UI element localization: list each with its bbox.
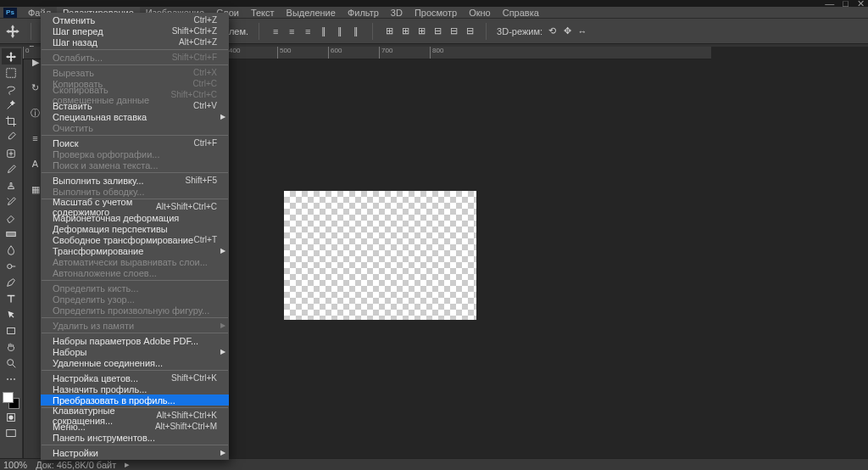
- menu-item-shortcut: Shift+Ctrl+K: [171, 373, 217, 383]
- menu-item: Очистить: [41, 122, 229, 133]
- clone-stamp-tool[interactable]: [2, 177, 21, 193]
- menu-справка[interactable]: Справка: [497, 7, 545, 19]
- menu-выделение[interactable]: Выделение: [281, 7, 342, 19]
- zoom-level[interactable]: 100%: [3, 460, 27, 470]
- eraser-tool[interactable]: [2, 210, 21, 226]
- menu-item-label: Очистить: [53, 123, 93, 133]
- menu-item[interactable]: Меню...Alt+Shift+Ctrl+M: [41, 421, 229, 432]
- menu-item[interactable]: Выполнить заливку...Shift+F5: [41, 175, 229, 186]
- blur-tool[interactable]: [2, 242, 21, 258]
- menu-separator: [42, 172, 228, 173]
- menu-item[interactable]: ОтменитьCtrl+Z: [41, 14, 229, 25]
- menu-item[interactable]: Шаг впередShift+Ctrl+Z: [41, 25, 229, 36]
- eyedropper-tool[interactable]: [2, 129, 21, 145]
- menu-item[interactable]: ПоискCtrl+F: [41, 137, 229, 148]
- color-swatches[interactable]: [3, 392, 19, 409]
- edit-toolbar[interactable]: ⋯: [2, 371, 21, 387]
- menu-текст[interactable]: Текст: [245, 7, 281, 19]
- quick-mask-toggle[interactable]: [2, 409, 21, 425]
- menu-item-label: Наборы: [53, 347, 87, 357]
- dodge-tool[interactable]: [2, 258, 21, 274]
- path-selection-tool[interactable]: [2, 306, 21, 322]
- menu-item[interactable]: Шаг назадAlt+Ctrl+Z: [41, 36, 229, 48]
- lasso-tool[interactable]: [2, 81, 21, 97]
- menu-item-label: Автоматически выравнивать слои...: [53, 257, 208, 267]
- menu-item[interactable]: Специальная вставка▶: [41, 111, 229, 122]
- menu-item-label: Выполнить обводку...: [53, 187, 144, 197]
- menu-item-label: Проверка орфографии...: [53, 149, 159, 159]
- menu-item[interactable]: Свободное трансформированиеCtrl+T: [41, 234, 229, 245]
- three-d-orbit-icon[interactable]: ⟲: [546, 25, 558, 37]
- menu-item[interactable]: Настройка цветов...Shift+Ctrl+K: [41, 372, 229, 383]
- maximize-button[interactable]: □: [843, 0, 849, 9]
- menu-item-label: Наборы параметров Adobe PDF...: [53, 336, 198, 346]
- menu-item-label: Удаленные соединения...: [53, 358, 163, 368]
- marquee-tool[interactable]: [2, 64, 21, 81]
- menu-item: Автоматически выравнивать слои...: [41, 256, 229, 267]
- align-controls[interactable]: ≡≡≡ ‖‖‖: [270, 25, 362, 37]
- menu-item-shortcut: Shift+Ctrl+C: [171, 90, 217, 99]
- menu-3d[interactable]: 3D: [385, 7, 409, 19]
- pen-tool[interactable]: [2, 274, 21, 290]
- three-d-slide-icon[interactable]: ↔: [576, 25, 588, 37]
- menu-item[interactable]: Удаленные соединения...: [41, 357, 229, 368]
- menu-item[interactable]: Деформация перспективы: [41, 223, 229, 234]
- menu-item-shortcut: Ctrl+V: [193, 101, 217, 110]
- screen-mode-toggle[interactable]: [2, 425, 21, 441]
- doc-info[interactable]: Док: 465,8K/0 байт: [36, 460, 116, 470]
- document-canvas[interactable]: [284, 191, 476, 320]
- menu-separator: [42, 317, 228, 318]
- healing-brush-tool[interactable]: [2, 145, 21, 161]
- hand-tool[interactable]: [2, 339, 21, 355]
- type-tool[interactable]: [2, 290, 21, 306]
- status-bar: 100% Док: 465,8K/0 байт ▸: [0, 458, 868, 470]
- menu-separator: [42, 49, 228, 50]
- menu-item-shortcut: Ctrl+F: [194, 138, 218, 148]
- menu-item[interactable]: Трансформирование▶: [41, 245, 229, 256]
- menu-item[interactable]: Марионеточная деформация: [41, 212, 229, 223]
- menu-item-shortcut: Alt+Ctrl+Z: [179, 37, 217, 47]
- os-titlebar: — □ ✕: [0, 0, 868, 7]
- gradient-tool[interactable]: [2, 226, 21, 242]
- menu-item: ВырезатьCtrl+X: [41, 67, 229, 78]
- minimize-button[interactable]: —: [825, 0, 834, 9]
- menu-item: Выполнить обводку...: [41, 186, 229, 197]
- menu-item[interactable]: Панель инструментов...: [41, 432, 229, 443]
- svg-rect-2: [7, 232, 16, 236]
- menu-item[interactable]: Масштаб с учетом содержимогоAlt+Shift+Ct…: [41, 201, 229, 212]
- history-brush-tool[interactable]: [2, 193, 21, 210]
- rectangle-tool[interactable]: [2, 322, 21, 339]
- menu-item[interactable]: Клавиатурные сокращения...Alt+Shift+Ctrl…: [41, 410, 229, 421]
- svg-rect-4: [8, 327, 15, 333]
- menu-item-label: Специальная вставка: [53, 112, 147, 122]
- brush-tool[interactable]: [2, 161, 21, 177]
- distribute-controls[interactable]: ⊞⊞⊞ ⊟⊟⊟: [383, 25, 476, 37]
- magic-wand-tool[interactable]: [2, 97, 21, 113]
- menu-item[interactable]: Наборы▶: [41, 346, 229, 357]
- menu-item-label: Панель инструментов...: [53, 433, 155, 443]
- menu-item: Поиск и замена текста...: [41, 159, 229, 171]
- menu-item[interactable]: Назначить профиль...: [41, 383, 229, 394]
- three-d-pan-icon[interactable]: ✥: [561, 25, 573, 37]
- menu-item-shortcut: Alt+Shift+Ctrl+M: [155, 422, 217, 431]
- menu-item-shortcut: Shift+Ctrl+Z: [172, 26, 217, 36]
- menu-item[interactable]: Настройки▶: [41, 447, 229, 458]
- svg-point-7: [8, 415, 13, 419]
- svg-rect-8: [7, 429, 16, 436]
- submenu-arrow-icon: ▶: [220, 348, 225, 355]
- menu-окно[interactable]: Окно: [463, 7, 497, 19]
- menu-просмотр[interactable]: Просмотр: [409, 7, 463, 19]
- crop-tool[interactable]: [2, 113, 21, 129]
- menu-item-label: Вставить: [53, 101, 92, 111]
- submenu-arrow-icon: ▶: [220, 449, 225, 456]
- close-button[interactable]: ✕: [857, 0, 865, 9]
- menu-item[interactable]: Преобразовать в профиль...: [41, 394, 229, 406]
- zoom-tool[interactable]: [2, 355, 21, 371]
- menu-фильтр[interactable]: Фильтр: [342, 7, 385, 19]
- menu-item-label: Поиск: [53, 138, 78, 148]
- menu-item-label: Назначить профиль...: [53, 384, 147, 394]
- svg-point-3: [8, 264, 12, 268]
- menu-item[interactable]: ВставитьCtrl+V: [41, 100, 229, 111]
- menu-item[interactable]: Наборы параметров Adobe PDF...: [41, 335, 229, 346]
- move-tool[interactable]: [2, 48, 21, 64]
